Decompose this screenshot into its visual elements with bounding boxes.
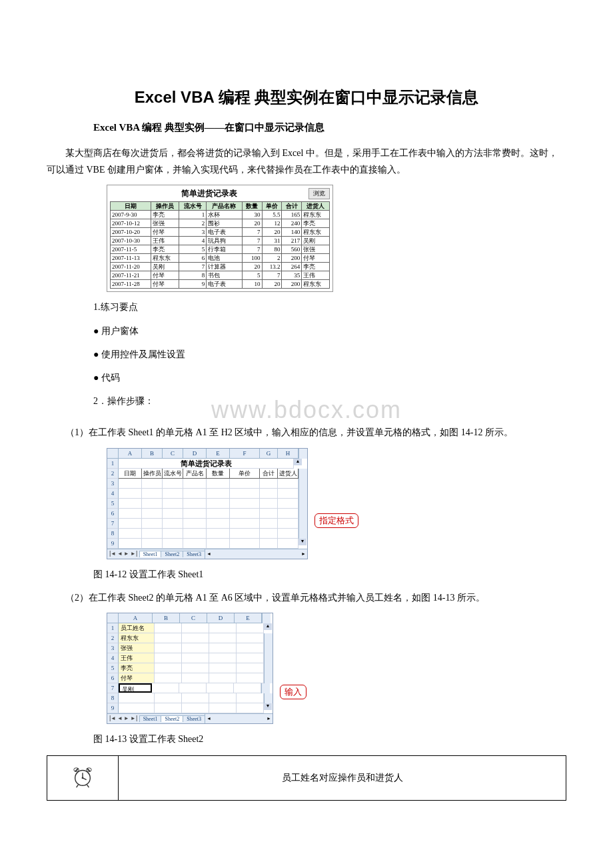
cell[interactable]: 王伟 [119,653,155,663]
column-header[interactable]: C [163,449,183,459]
column-header[interactable]: C [180,613,207,623]
cell[interactable]: 李亮 [119,663,155,673]
cell[interactable] [155,673,182,683]
cell[interactable]: 付琴 [119,673,155,683]
cell[interactable]: 吴刚 [119,683,152,693]
cell[interactable] [163,479,183,489]
cell[interactable] [207,529,230,539]
cell[interactable]: 操作员 [142,469,163,479]
cell[interactable] [163,529,183,539]
cell[interactable]: 张强 [119,643,155,653]
cell[interactable] [260,509,278,519]
cell[interactable] [119,499,142,509]
cell[interactable] [260,499,278,509]
cell[interactable] [209,703,237,713]
cell[interactable] [234,683,261,693]
cell[interactable] [182,663,209,673]
cell[interactable] [278,539,299,549]
cell[interactable] [163,519,183,529]
cell[interactable] [209,673,237,683]
cell[interactable] [237,643,264,653]
cell[interactable]: 产品名称 [183,469,207,479]
column-header[interactable]: D [207,613,235,623]
cell[interactable]: 员工姓名 [119,623,155,633]
cell[interactable] [230,519,260,529]
row-header[interactable]: 1 [107,623,119,633]
row-header[interactable]: 8 [107,693,119,703]
row-header[interactable]: 8 [107,529,119,539]
column-header[interactable]: E [207,449,230,459]
cell[interactable] [237,703,264,713]
cell[interactable] [155,663,182,673]
column-header[interactable]: A [119,449,142,459]
cell[interactable] [119,479,142,489]
cell[interactable] [237,693,264,703]
row-header[interactable]: 3 [107,479,119,489]
cell[interactable] [142,519,163,529]
cell[interactable] [182,703,209,713]
cell[interactable] [237,633,264,643]
cell[interactable]: 程东东 [119,633,155,643]
cell[interactable] [182,693,209,703]
cell[interactable] [155,633,182,643]
cell[interactable] [278,509,299,519]
row-header[interactable]: 4 [107,653,119,663]
cell[interactable] [155,643,182,653]
cell[interactable]: 简单进货记录表 [119,459,294,469]
cell[interactable] [230,479,260,489]
scroll-up-icon[interactable]: ▲ [264,623,272,630]
scroll-up-icon[interactable]: ▲ [294,459,302,465]
cell[interactable] [278,519,299,529]
cell[interactable] [155,703,182,713]
cell[interactable] [209,623,237,633]
row-header[interactable]: 5 [107,663,119,673]
scroll-left-icon[interactable]: ◄ [205,716,213,721]
cell[interactable] [155,623,182,633]
scroll-left-icon[interactable]: ◄ [205,551,213,557]
cell[interactable] [207,489,230,499]
cell[interactable] [209,693,237,703]
cell[interactable] [142,539,163,549]
cell[interactable] [142,509,163,519]
cell[interactable] [230,529,260,539]
row-header[interactable]: 3 [107,643,119,653]
cell[interactable] [182,673,209,683]
cell[interactable] [230,539,260,549]
cell[interactable] [119,693,155,703]
cell[interactable] [142,489,163,499]
row-header[interactable]: 7 [107,519,119,529]
cell[interactable] [163,509,183,519]
cell[interactable] [152,683,179,693]
cell[interactable] [207,539,230,549]
cell[interactable] [163,489,183,499]
cell[interactable] [163,499,183,509]
row-header[interactable]: 7 [107,683,119,693]
cell[interactable] [278,499,299,509]
cell[interactable] [182,623,209,633]
cell[interactable] [142,529,163,539]
column-header[interactable]: F [230,449,260,459]
cell[interactable] [183,499,207,509]
cell[interactable] [230,509,260,519]
cell[interactable] [119,489,142,499]
cell[interactable] [183,519,207,529]
cell[interactable]: 流水号 [163,469,183,479]
row-header[interactable]: 5 [107,499,119,509]
cell[interactable] [119,703,155,713]
column-header[interactable]: A [119,613,153,623]
column-header[interactable]: H [278,449,299,459]
cell[interactable] [119,509,142,519]
cell[interactable] [207,499,230,509]
cell[interactable] [119,529,142,539]
cell[interactable] [119,519,142,529]
sheet-nav-icon[interactable]: ǀ◄ ◄ ► ►ǀ [107,715,139,721]
cell[interactable] [142,479,163,489]
row-header[interactable]: 2 [107,469,119,479]
sheet-tab[interactable]: Sheet2 [161,551,183,557]
cell[interactable] [183,529,207,539]
sheet-tab[interactable]: Sheet1 [139,715,162,722]
cell[interactable] [155,653,182,663]
row-header[interactable]: 4 [107,489,119,499]
column-header[interactable]: E [235,613,262,623]
column-header[interactable]: G [260,449,278,459]
